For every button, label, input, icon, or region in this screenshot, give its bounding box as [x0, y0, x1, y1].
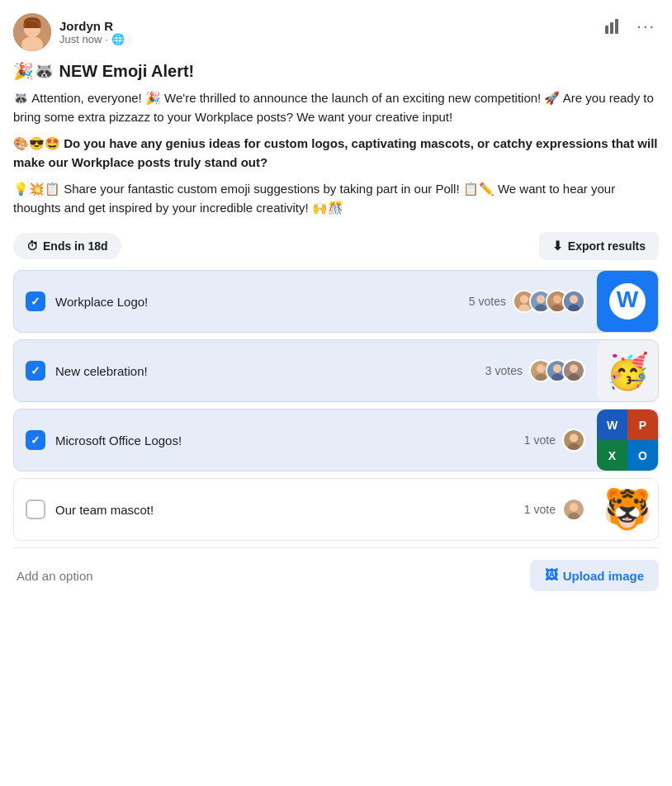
- vote-info-2: 3 votes: [485, 359, 585, 382]
- voter-3-1: [562, 429, 585, 452]
- svg-point-5: [520, 295, 528, 303]
- voter-avatars-4: [562, 498, 585, 521]
- post-header: Jordyn R Just now · 🌐 ···: [13, 13, 659, 51]
- voter-4: [562, 290, 585, 313]
- bar-chart-icon: [605, 19, 618, 34]
- globe-icon: 🌐: [111, 33, 125, 45]
- svg-point-29: [568, 443, 580, 451]
- bar2: [610, 22, 613, 34]
- poll-option-4-inner: Our team mascot! 1 vote: [14, 488, 597, 531]
- download-icon: ⬇: [552, 239, 563, 253]
- post-container: Jordyn R Just now · 🌐 ··· 🎉🦝: [0, 0, 672, 603]
- poll-option-2[interactable]: ✓ New celebration! 3 votes: [13, 339, 659, 402]
- bar3: [615, 19, 618, 34]
- post-time: Just now: [59, 33, 102, 45]
- separator: ·: [105, 33, 108, 45]
- svg-point-31: [570, 503, 578, 511]
- poll-option-3-inner: ✓ Microsoft Office Logos! 1 vote: [14, 419, 597, 462]
- poll-option-3[interactable]: ✓ Microsoft Office Logos! 1 vote W P X O: [13, 409, 659, 471]
- svg-point-19: [537, 364, 545, 372]
- checkbox-1[interactable]: ✓: [26, 291, 45, 311]
- ms-outlook: O: [627, 440, 658, 471]
- checkbox-4[interactable]: [26, 500, 45, 519]
- option-label-2: New celebration!: [55, 364, 476, 378]
- option-image-1: W: [597, 271, 658, 332]
- svg-point-14: [570, 295, 578, 303]
- post-body-2: 🎨😎🤩 Do you have any genius ideas for cus…: [13, 135, 659, 172]
- svg-point-11: [553, 295, 561, 303]
- vote-count-2: 3 votes: [485, 364, 523, 377]
- checkmark-2: ✓: [31, 364, 40, 377]
- svg-point-28: [570, 433, 578, 442]
- poll-option-2-inner: ✓ New celebration! 3 votes: [14, 349, 597, 392]
- poll-option-4[interactable]: Our team mascot! 1 vote 🐯: [13, 478, 659, 541]
- dots-icon: ···: [637, 17, 655, 36]
- ms-powerpoint: P: [627, 410, 658, 440]
- vote-count-1: 5 votes: [469, 295, 506, 308]
- option-label-4: Our team mascot!: [55, 503, 514, 517]
- vote-count-3: 1 vote: [524, 433, 556, 447]
- svg-point-6: [518, 304, 530, 312]
- vote-info-4: 1 vote: [524, 498, 585, 521]
- post-meta: Just now · 🌐: [59, 33, 125, 45]
- post-body-3: 💡💥📋 Share your fantastic custom emoji su…: [13, 180, 659, 217]
- poll-controls: ⏱ Ends in 18d ⬇ Export results: [13, 232, 659, 260]
- checkbox-2[interactable]: ✓: [26, 361, 45, 381]
- user-name[interactable]: Jordyn R: [59, 19, 125, 33]
- checkbox-3[interactable]: ✓: [26, 430, 45, 450]
- svg-point-8: [537, 295, 545, 303]
- ends-in-button[interactable]: ⏱ Ends in 18d: [13, 233, 121, 259]
- voter-avatars-1: [513, 290, 585, 313]
- svg-point-32: [568, 512, 580, 520]
- svg-point-25: [570, 364, 578, 372]
- poll-options: ✓ Workplace Logo! 5 votes: [13, 270, 659, 541]
- svg-point-9: [535, 304, 547, 312]
- more-options-button[interactable]: ···: [633, 13, 659, 39]
- voter-avatars-3: [562, 429, 585, 452]
- svg-point-22: [553, 364, 561, 372]
- poll-option-1-inner: ✓ Workplace Logo! 5 votes: [14, 280, 597, 323]
- svg-point-15: [568, 304, 580, 312]
- svg-text:W: W: [617, 286, 639, 312]
- voter-4-1: [562, 498, 585, 521]
- checkmark-1: ✓: [31, 295, 40, 308]
- ms-excel: X: [597, 440, 627, 471]
- svg-point-26: [568, 373, 580, 381]
- svg-point-12: [551, 304, 563, 312]
- poll-option-1[interactable]: ✓ Workplace Logo! 5 votes: [13, 270, 659, 333]
- upload-image-button[interactable]: 🖼 Upload image: [530, 560, 659, 591]
- post-header-right: ···: [602, 13, 659, 39]
- export-results-button[interactable]: ⬇ Export results: [539, 232, 659, 260]
- ms-word: W: [597, 410, 627, 440]
- user-info: Jordyn R Just now · 🌐: [59, 19, 125, 45]
- bar1: [605, 26, 608, 34]
- option-image-4: 🐯: [597, 479, 658, 540]
- option-label-3: Microsoft Office Logos!: [55, 433, 514, 447]
- add-option-row: 🖼 Upload image: [13, 547, 659, 603]
- post-header-left: Jordyn R Just now · 🌐: [13, 13, 125, 51]
- post-body-1: 🦝 Attention, everyone! 🎉 We're thrilled …: [13, 89, 659, 126]
- upload-image-label: Upload image: [563, 569, 644, 583]
- svg-point-23: [551, 373, 563, 381]
- vote-count-4: 1 vote: [524, 503, 556, 516]
- voter-2-3: [562, 359, 585, 382]
- avatar[interactable]: [13, 13, 51, 51]
- option-label-1: Workplace Logo!: [55, 295, 459, 309]
- option-image-2: 🥳: [597, 340, 658, 401]
- vote-info-1: 5 votes: [469, 290, 585, 313]
- upload-icon: 🖼: [545, 568, 558, 583]
- add-option-input[interactable]: [13, 569, 522, 583]
- avatar-image: [13, 13, 51, 51]
- clock-icon: ⏱: [26, 239, 38, 253]
- vote-info-3: 1 vote: [524, 429, 585, 452]
- option-image-3: W P X O: [597, 410, 658, 471]
- checkmark-3: ✓: [31, 433, 40, 447]
- voter-avatars-2: [529, 359, 585, 382]
- post-title: 🎉🦝 NEW Emoji Alert!: [13, 61, 659, 81]
- export-label: Export results: [568, 239, 646, 253]
- analytics-button[interactable]: [602, 16, 622, 37]
- svg-point-20: [535, 373, 547, 381]
- ends-in-label: Ends in 18d: [43, 239, 108, 253]
